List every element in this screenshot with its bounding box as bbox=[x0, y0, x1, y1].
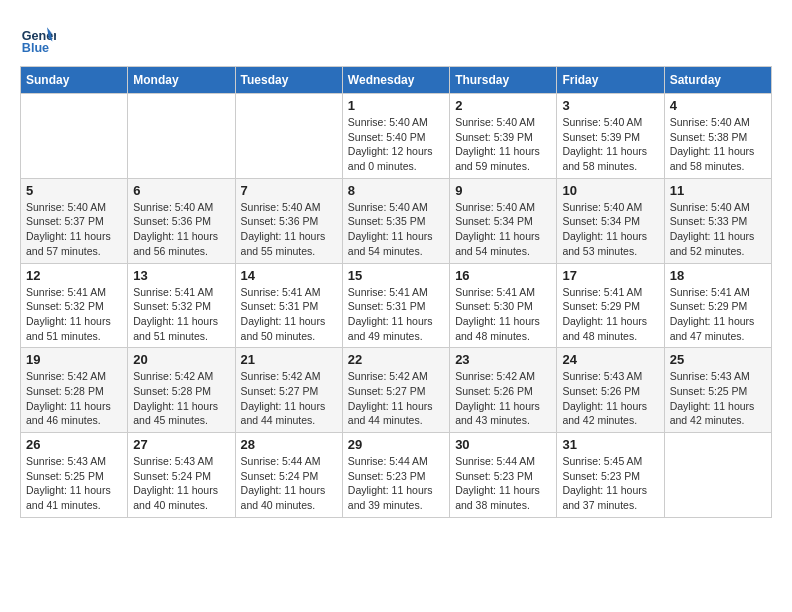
day-info: Sunrise: 5:40 AM Sunset: 5:36 PM Dayligh… bbox=[133, 200, 229, 259]
weekday-header-friday: Friday bbox=[557, 67, 664, 94]
calendar-cell: 21Sunrise: 5:42 AM Sunset: 5:27 PM Dayli… bbox=[235, 348, 342, 433]
calendar-week-2: 5Sunrise: 5:40 AM Sunset: 5:37 PM Daylig… bbox=[21, 178, 772, 263]
day-info: Sunrise: 5:43 AM Sunset: 5:24 PM Dayligh… bbox=[133, 454, 229, 513]
day-info: Sunrise: 5:44 AM Sunset: 5:23 PM Dayligh… bbox=[455, 454, 551, 513]
day-info: Sunrise: 5:42 AM Sunset: 5:28 PM Dayligh… bbox=[26, 369, 122, 428]
day-number: 1 bbox=[348, 98, 444, 113]
calendar-cell: 19Sunrise: 5:42 AM Sunset: 5:28 PM Dayli… bbox=[21, 348, 128, 433]
weekday-header-wednesday: Wednesday bbox=[342, 67, 449, 94]
day-number: 14 bbox=[241, 268, 337, 283]
day-number: 27 bbox=[133, 437, 229, 452]
weekday-header-saturday: Saturday bbox=[664, 67, 771, 94]
calendar-cell: 31Sunrise: 5:45 AM Sunset: 5:23 PM Dayli… bbox=[557, 433, 664, 518]
day-info: Sunrise: 5:41 AM Sunset: 5:32 PM Dayligh… bbox=[26, 285, 122, 344]
day-info: Sunrise: 5:40 AM Sunset: 5:39 PM Dayligh… bbox=[455, 115, 551, 174]
calendar-cell: 6Sunrise: 5:40 AM Sunset: 5:36 PM Daylig… bbox=[128, 178, 235, 263]
day-info: Sunrise: 5:42 AM Sunset: 5:27 PM Dayligh… bbox=[241, 369, 337, 428]
day-info: Sunrise: 5:43 AM Sunset: 5:25 PM Dayligh… bbox=[26, 454, 122, 513]
calendar-cell bbox=[128, 94, 235, 179]
day-info: Sunrise: 5:45 AM Sunset: 5:23 PM Dayligh… bbox=[562, 454, 658, 513]
day-info: Sunrise: 5:41 AM Sunset: 5:31 PM Dayligh… bbox=[348, 285, 444, 344]
weekday-header-sunday: Sunday bbox=[21, 67, 128, 94]
day-number: 11 bbox=[670, 183, 766, 198]
day-info: Sunrise: 5:40 AM Sunset: 5:39 PM Dayligh… bbox=[562, 115, 658, 174]
day-number: 30 bbox=[455, 437, 551, 452]
logo-icon: General Blue bbox=[20, 20, 56, 56]
day-number: 15 bbox=[348, 268, 444, 283]
day-number: 20 bbox=[133, 352, 229, 367]
day-number: 10 bbox=[562, 183, 658, 198]
calendar-cell: 1Sunrise: 5:40 AM Sunset: 5:40 PM Daylig… bbox=[342, 94, 449, 179]
day-number: 22 bbox=[348, 352, 444, 367]
calendar-cell: 7Sunrise: 5:40 AM Sunset: 5:36 PM Daylig… bbox=[235, 178, 342, 263]
day-number: 26 bbox=[26, 437, 122, 452]
day-number: 16 bbox=[455, 268, 551, 283]
day-number: 13 bbox=[133, 268, 229, 283]
day-info: Sunrise: 5:44 AM Sunset: 5:24 PM Dayligh… bbox=[241, 454, 337, 513]
day-info: Sunrise: 5:41 AM Sunset: 5:30 PM Dayligh… bbox=[455, 285, 551, 344]
calendar-cell: 9Sunrise: 5:40 AM Sunset: 5:34 PM Daylig… bbox=[450, 178, 557, 263]
page-header: General Blue bbox=[20, 20, 772, 56]
calendar-cell: 13Sunrise: 5:41 AM Sunset: 5:32 PM Dayli… bbox=[128, 263, 235, 348]
day-info: Sunrise: 5:43 AM Sunset: 5:26 PM Dayligh… bbox=[562, 369, 658, 428]
calendar-cell bbox=[21, 94, 128, 179]
calendar-cell: 28Sunrise: 5:44 AM Sunset: 5:24 PM Dayli… bbox=[235, 433, 342, 518]
calendar-cell: 10Sunrise: 5:40 AM Sunset: 5:34 PM Dayli… bbox=[557, 178, 664, 263]
calendar-cell: 5Sunrise: 5:40 AM Sunset: 5:37 PM Daylig… bbox=[21, 178, 128, 263]
day-info: Sunrise: 5:40 AM Sunset: 5:38 PM Dayligh… bbox=[670, 115, 766, 174]
svg-text:Blue: Blue bbox=[22, 41, 49, 55]
calendar-cell: 23Sunrise: 5:42 AM Sunset: 5:26 PM Dayli… bbox=[450, 348, 557, 433]
day-number: 18 bbox=[670, 268, 766, 283]
calendar-cell: 29Sunrise: 5:44 AM Sunset: 5:23 PM Dayli… bbox=[342, 433, 449, 518]
calendar-cell: 14Sunrise: 5:41 AM Sunset: 5:31 PM Dayli… bbox=[235, 263, 342, 348]
day-number: 17 bbox=[562, 268, 658, 283]
calendar-cell: 26Sunrise: 5:43 AM Sunset: 5:25 PM Dayli… bbox=[21, 433, 128, 518]
day-info: Sunrise: 5:40 AM Sunset: 5:36 PM Dayligh… bbox=[241, 200, 337, 259]
calendar-week-4: 19Sunrise: 5:42 AM Sunset: 5:28 PM Dayli… bbox=[21, 348, 772, 433]
day-number: 23 bbox=[455, 352, 551, 367]
day-info: Sunrise: 5:41 AM Sunset: 5:29 PM Dayligh… bbox=[562, 285, 658, 344]
day-info: Sunrise: 5:40 AM Sunset: 5:33 PM Dayligh… bbox=[670, 200, 766, 259]
day-number: 3 bbox=[562, 98, 658, 113]
day-number: 4 bbox=[670, 98, 766, 113]
calendar-week-5: 26Sunrise: 5:43 AM Sunset: 5:25 PM Dayli… bbox=[21, 433, 772, 518]
day-info: Sunrise: 5:40 AM Sunset: 5:35 PM Dayligh… bbox=[348, 200, 444, 259]
day-info: Sunrise: 5:42 AM Sunset: 5:28 PM Dayligh… bbox=[133, 369, 229, 428]
day-info: Sunrise: 5:42 AM Sunset: 5:27 PM Dayligh… bbox=[348, 369, 444, 428]
calendar-cell: 30Sunrise: 5:44 AM Sunset: 5:23 PM Dayli… bbox=[450, 433, 557, 518]
weekday-header-monday: Monday bbox=[128, 67, 235, 94]
day-number: 24 bbox=[562, 352, 658, 367]
day-number: 6 bbox=[133, 183, 229, 198]
calendar-week-1: 1Sunrise: 5:40 AM Sunset: 5:40 PM Daylig… bbox=[21, 94, 772, 179]
day-number: 29 bbox=[348, 437, 444, 452]
day-number: 2 bbox=[455, 98, 551, 113]
day-info: Sunrise: 5:41 AM Sunset: 5:31 PM Dayligh… bbox=[241, 285, 337, 344]
calendar-cell: 17Sunrise: 5:41 AM Sunset: 5:29 PM Dayli… bbox=[557, 263, 664, 348]
day-info: Sunrise: 5:42 AM Sunset: 5:26 PM Dayligh… bbox=[455, 369, 551, 428]
day-info: Sunrise: 5:40 AM Sunset: 5:34 PM Dayligh… bbox=[562, 200, 658, 259]
day-info: Sunrise: 5:43 AM Sunset: 5:25 PM Dayligh… bbox=[670, 369, 766, 428]
calendar-cell: 8Sunrise: 5:40 AM Sunset: 5:35 PM Daylig… bbox=[342, 178, 449, 263]
day-number: 28 bbox=[241, 437, 337, 452]
day-info: Sunrise: 5:41 AM Sunset: 5:29 PM Dayligh… bbox=[670, 285, 766, 344]
calendar-cell: 18Sunrise: 5:41 AM Sunset: 5:29 PM Dayli… bbox=[664, 263, 771, 348]
calendar-cell: 3Sunrise: 5:40 AM Sunset: 5:39 PM Daylig… bbox=[557, 94, 664, 179]
calendar-week-3: 12Sunrise: 5:41 AM Sunset: 5:32 PM Dayli… bbox=[21, 263, 772, 348]
calendar-cell: 24Sunrise: 5:43 AM Sunset: 5:26 PM Dayli… bbox=[557, 348, 664, 433]
calendar-cell bbox=[235, 94, 342, 179]
day-number: 8 bbox=[348, 183, 444, 198]
day-info: Sunrise: 5:40 AM Sunset: 5:34 PM Dayligh… bbox=[455, 200, 551, 259]
calendar-cell: 2Sunrise: 5:40 AM Sunset: 5:39 PM Daylig… bbox=[450, 94, 557, 179]
calendar-cell bbox=[664, 433, 771, 518]
day-number: 9 bbox=[455, 183, 551, 198]
day-info: Sunrise: 5:41 AM Sunset: 5:32 PM Dayligh… bbox=[133, 285, 229, 344]
weekday-header-thursday: Thursday bbox=[450, 67, 557, 94]
calendar-cell: 11Sunrise: 5:40 AM Sunset: 5:33 PM Dayli… bbox=[664, 178, 771, 263]
day-number: 7 bbox=[241, 183, 337, 198]
calendar-cell: 4Sunrise: 5:40 AM Sunset: 5:38 PM Daylig… bbox=[664, 94, 771, 179]
day-number: 19 bbox=[26, 352, 122, 367]
day-number: 21 bbox=[241, 352, 337, 367]
day-number: 12 bbox=[26, 268, 122, 283]
calendar-table: SundayMondayTuesdayWednesdayThursdayFrid… bbox=[20, 66, 772, 518]
calendar-cell: 20Sunrise: 5:42 AM Sunset: 5:28 PM Dayli… bbox=[128, 348, 235, 433]
